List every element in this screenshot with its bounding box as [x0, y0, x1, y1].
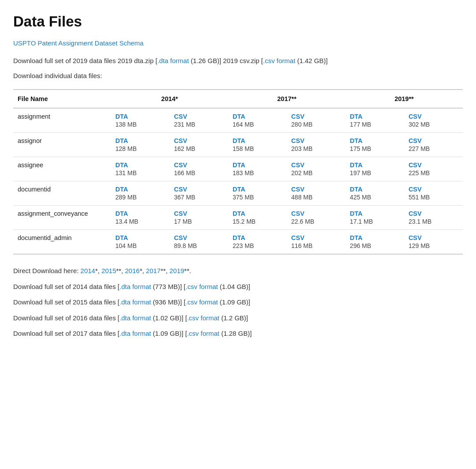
- dta-2019-size-5: 296 MB: [350, 242, 371, 249]
- csv-2017-cell: CSV 22.6 MB: [287, 206, 346, 230]
- dta-2017-cell: DTA 183 MB: [228, 157, 287, 181]
- csv-2019-link-3[interactable]: CSV: [409, 186, 458, 193]
- dta-2019-link-4[interactable]: DTA: [350, 210, 400, 217]
- dta-2014-full-link[interactable]: .dta format: [119, 283, 151, 290]
- dta-2014-cell: DTA 104 MB: [111, 230, 170, 255]
- dta-2014-link-4[interactable]: DTA: [115, 210, 165, 217]
- dta-2014-link-0[interactable]: DTA: [115, 113, 165, 120]
- csv-2017-full-link[interactable]: .csv format: [187, 330, 219, 337]
- dta-2019-size-2: 197 MB: [350, 169, 371, 176]
- csv-2014-link-1[interactable]: CSV: [174, 137, 224, 144]
- csv-2014-link-5[interactable]: CSV: [174, 234, 224, 241]
- csv-2019-link-1[interactable]: CSV: [409, 137, 458, 144]
- dta-2017-link-5[interactable]: DTA: [233, 234, 283, 241]
- csv-2014-size-4: 17 MB: [174, 218, 192, 225]
- csv-2017-link-2[interactable]: CSV: [291, 161, 341, 169]
- intro-2019-text: Download full set of 2019 data files 201…: [13, 56, 463, 66]
- table-row: documentid_admin DTA 104 MB CSV 89.8 MB …: [13, 230, 463, 255]
- dta-2019-full-link[interactable]: .dta format: [157, 57, 189, 64]
- dta-2017-size-4: 15.2 MB: [233, 218, 256, 225]
- dta-2019-size-0: 177 MB: [350, 121, 371, 128]
- download-2014-line: Download full set of 2014 data files [.d…: [13, 281, 463, 293]
- dta-2014-link-2[interactable]: DTA: [115, 161, 165, 169]
- dta-2016-full-link[interactable]: .dta format: [119, 314, 151, 322]
- direct-link-2016[interactable]: 2016: [125, 267, 140, 274]
- dta-2017-link-3[interactable]: DTA: [233, 186, 283, 193]
- dta-2014-size-3: 289 MB: [115, 194, 137, 201]
- dta-2017-link-4[interactable]: DTA: [233, 210, 283, 217]
- csv-2019-cell: CSV 23.1 MB: [404, 206, 463, 230]
- dta-2019-cell: DTA 177 MB: [346, 108, 404, 133]
- csv-2014-link-3[interactable]: CSV: [174, 186, 224, 193]
- csv-2019-full-link[interactable]: .csv format: [263, 57, 295, 64]
- csv-2019-size-1: 227 MB: [409, 145, 430, 152]
- col-2017: 2017**: [228, 90, 346, 108]
- dta-2019-link-2[interactable]: DTA: [350, 161, 400, 169]
- file-name-cell: assignment: [13, 108, 111, 133]
- footer-section: Direct Download here: 2014*, 2015**, 201…: [13, 265, 463, 339]
- csv-2014-full-link[interactable]: .csv format: [186, 283, 218, 290]
- csv-2017-size-5: 116 MB: [291, 242, 312, 249]
- csv-2017-size-1: 203 MB: [291, 145, 312, 152]
- dta-2014-link-5[interactable]: DTA: [115, 234, 165, 241]
- table-row: documentid DTA 289 MB CSV 367 MB DTA 375…: [13, 181, 463, 206]
- dta-2019-link-5[interactable]: DTA: [350, 234, 400, 241]
- csv-2019-cell: CSV 302 MB: [404, 108, 463, 133]
- csv-2019-link-5[interactable]: CSV: [409, 234, 458, 241]
- csv-2019-size-5: 129 MB: [409, 242, 430, 249]
- direct-download-line: Direct Download here: 2014*, 2015**, 201…: [13, 265, 463, 277]
- schema-link[interactable]: USPTO Patent Assignment Dataset Schema: [13, 39, 144, 47]
- csv-2015-full-link[interactable]: .csv format: [186, 298, 218, 306]
- dta-2019-link-0[interactable]: DTA: [350, 113, 400, 120]
- direct-link-2014[interactable]: 2014: [81, 267, 95, 274]
- dta-2019-cell: DTA 296 MB: [346, 230, 404, 255]
- dta-2014-cell: DTA 138 MB: [111, 108, 170, 133]
- csv-2017-cell: CSV 202 MB: [287, 157, 346, 181]
- csv-2014-link-0[interactable]: CSV: [174, 113, 224, 120]
- csv-2014-link-2[interactable]: CSV: [174, 161, 224, 169]
- table-row: assignment DTA 138 MB CSV 231 MB DTA 164…: [13, 108, 463, 133]
- csv-2019-size-3: 551 MB: [409, 194, 430, 201]
- table-row: assignor DTA 128 MB CSV 162 MB DTA 158 M…: [13, 133, 463, 157]
- csv-2017-size-2: 202 MB: [291, 169, 312, 176]
- csv-2019-size-0: 302 MB: [409, 121, 430, 128]
- table-row: assignee DTA 131 MB CSV 166 MB DTA 183 M…: [13, 157, 463, 181]
- dta-2019-link-3[interactable]: DTA: [350, 186, 400, 193]
- csv-2019-cell: CSV 227 MB: [404, 133, 463, 157]
- table-row: assignment_conveyance DTA 13.4 MB CSV 17…: [13, 206, 463, 230]
- csv-2014-cell: CSV 89.8 MB: [170, 230, 228, 255]
- csv-2017-link-3[interactable]: CSV: [291, 186, 341, 193]
- dta-2014-link-3[interactable]: DTA: [115, 186, 165, 193]
- dta-2017-link-1[interactable]: DTA: [233, 137, 283, 144]
- direct-link-2015[interactable]: 2015: [101, 267, 116, 274]
- dta-2019-link-1[interactable]: DTA: [350, 137, 400, 144]
- csv-2019-link-4[interactable]: CSV: [409, 210, 458, 217]
- csv-2017-link-4[interactable]: CSV: [291, 210, 341, 217]
- col-filename: File Name: [13, 90, 111, 108]
- csv-2017-link-5[interactable]: CSV: [291, 234, 341, 241]
- csv-2019-link-0[interactable]: CSV: [409, 113, 458, 120]
- csv-2016-full-link[interactable]: .csv format: [187, 314, 219, 322]
- download-2017-line: Download full set of 2017 data files [.d…: [13, 328, 463, 339]
- page-title: Data Files: [13, 13, 463, 30]
- dta-2017-link-0[interactable]: DTA: [233, 113, 283, 120]
- csv-2014-size-1: 162 MB: [174, 145, 195, 152]
- file-name-cell: documentid: [13, 181, 111, 206]
- csv-2019-size-2: 225 MB: [409, 169, 430, 176]
- csv-2014-link-4[interactable]: CSV: [174, 210, 224, 217]
- dta-2014-link-1[interactable]: DTA: [115, 137, 165, 144]
- col-2019: 2019**: [346, 90, 463, 108]
- file-name-cell: assignee: [13, 157, 111, 181]
- dta-2019-cell: DTA 175 MB: [346, 133, 404, 157]
- dta-2017-size-5: 223 MB: [233, 242, 254, 249]
- dta-2015-full-link[interactable]: .dta format: [119, 298, 151, 306]
- direct-link-2017[interactable]: 2017: [146, 267, 160, 274]
- direct-link-2019[interactable]: 2019: [169, 267, 184, 274]
- csv-2017-cell: CSV 280 MB: [287, 108, 346, 133]
- dta-2017-link-2[interactable]: DTA: [233, 161, 283, 169]
- csv-2019-link-2[interactable]: CSV: [409, 161, 458, 169]
- dta-2017-full-link[interactable]: .dta format: [119, 330, 151, 337]
- dta-2017-cell: DTA 15.2 MB: [228, 206, 287, 230]
- csv-2017-link-1[interactable]: CSV: [291, 137, 341, 144]
- csv-2017-link-0[interactable]: CSV: [291, 113, 341, 120]
